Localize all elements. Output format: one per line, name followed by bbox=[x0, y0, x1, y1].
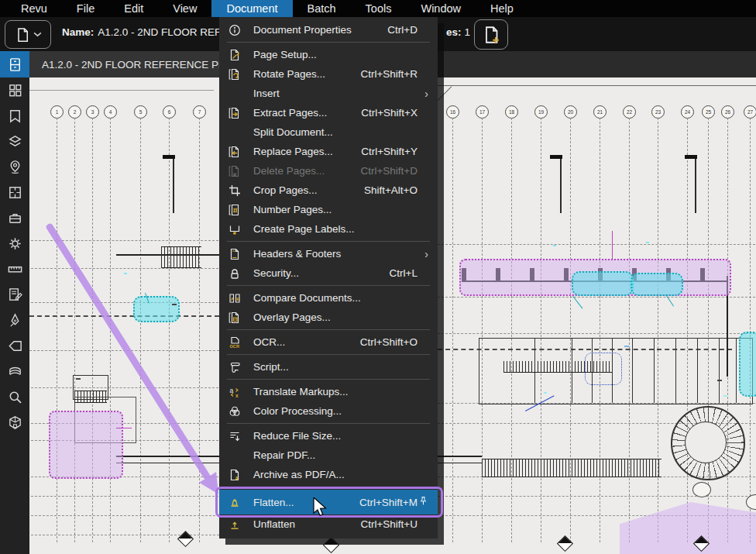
menu-item-translate-markups[interactable]: Translate Markups... bbox=[219, 382, 438, 401]
menu-item-icon bbox=[229, 165, 247, 177]
menubar-window[interactable]: Window bbox=[406, 0, 476, 17]
menu-item-icon bbox=[229, 311, 247, 324]
menu-separator[interactable] bbox=[227, 42, 430, 43]
menu-separator[interactable] bbox=[227, 379, 430, 380]
menu-item-icon bbox=[229, 518, 247, 531]
add-page-button[interactable] bbox=[474, 19, 508, 50]
menu-item-icon bbox=[229, 336, 247, 349]
menu-item-icon bbox=[229, 248, 247, 260]
menu-item-crop-pages[interactable]: Crop Pages... Shift+Alt+O bbox=[219, 181, 438, 200]
search-icon[interactable] bbox=[0, 384, 29, 410]
wall bbox=[675, 338, 676, 403]
menu-item-split-document[interactable]: Split Document... bbox=[219, 122, 438, 142]
menubar-tools[interactable]: Tools bbox=[351, 0, 407, 17]
measurements-icon[interactable] bbox=[0, 256, 29, 282]
tool-chest-icon[interactable] bbox=[0, 205, 29, 231]
menu-separator[interactable] bbox=[227, 329, 430, 330]
menu-item-compare-documents[interactable]: Compare Documents... bbox=[219, 288, 438, 308]
menu-item-archive-as-pdfa[interactable]: Archive as PDF/A... bbox=[219, 465, 438, 484]
menu-separator[interactable] bbox=[227, 354, 430, 355]
menubar-document[interactable]: Document bbox=[211, 0, 292, 17]
sets-icon[interactable] bbox=[0, 359, 29, 384]
menu-item-color-processing[interactable]: Color Processing... bbox=[219, 401, 438, 421]
menu-item-icon bbox=[229, 146, 247, 158]
menu-item-document-properties[interactable]: Document Properties Ctrl+D bbox=[219, 20, 438, 40]
links-icon[interactable] bbox=[0, 333, 29, 359]
label-elev-2 bbox=[717, 380, 722, 381]
markup-cloud-jetbridge-left[interactable] bbox=[133, 296, 180, 322]
grid-line bbox=[31, 496, 218, 497]
wall bbox=[632, 338, 633, 403]
wall bbox=[697, 338, 698, 403]
menu-bar: RevuFileEditViewDocumentBatchToolsWindow… bbox=[0, 0, 756, 17]
menu-separator[interactable] bbox=[227, 241, 430, 242]
menu-item-ocr[interactable]: OCR... Ctrl+Shift+O bbox=[219, 332, 438, 352]
menu-item-extract-pages[interactable]: Extract Pages... Ctrl+Shift+X bbox=[219, 103, 438, 122]
menu-item-security[interactable]: Security... Ctrl+L bbox=[219, 263, 438, 283]
stair-hatch bbox=[161, 246, 201, 268]
add-page-icon bbox=[482, 26, 500, 44]
menu-item-replace-pages[interactable]: Replace Pages... Ctrl+Shift+Y bbox=[219, 142, 438, 161]
markup-cloud-elec[interactable] bbox=[585, 353, 622, 385]
menubar-batch[interactable]: Batch bbox=[293, 0, 351, 17]
markup-cloud-right-edge[interactable] bbox=[739, 332, 756, 397]
leader-line bbox=[116, 428, 132, 428]
menu-item-icon bbox=[229, 496, 247, 508]
chevron-down-icon bbox=[33, 32, 42, 37]
markup-cloud-jetbridge-1[interactable] bbox=[572, 271, 634, 296]
menu-item-page-setup[interactable]: Page Setup... bbox=[219, 45, 438, 64]
menu-item-icon bbox=[229, 292, 247, 305]
bookmarks-icon[interactable] bbox=[0, 103, 29, 129]
spaces-icon[interactable] bbox=[0, 180, 29, 205]
file-dropdown-button[interactable] bbox=[5, 20, 51, 49]
menu-item-icon bbox=[229, 184, 247, 197]
page-icon bbox=[15, 27, 30, 43]
properties-icon[interactable] bbox=[0, 231, 29, 256]
menu-item-headers-footers[interactable]: Headers & Footers › bbox=[219, 244, 438, 263]
menu-separator[interactable] bbox=[227, 423, 430, 424]
grid-line bbox=[29, 315, 219, 317]
menu-item-overlay-pages[interactable]: Overlay Pages... bbox=[219, 308, 438, 327]
markup-cloud-room[interactable] bbox=[49, 411, 123, 479]
file-access-panel-button[interactable] bbox=[0, 51, 29, 77]
grid-line bbox=[31, 302, 218, 303]
menu-item-script[interactable]: Script... bbox=[219, 357, 438, 377]
menu-item-rotate-pages[interactable]: Rotate Pages... Ctrl+Shift+R bbox=[219, 64, 438, 84]
document-tab[interactable]: A1.2.0 - 2ND FLOOR REFERENCE PL bbox=[29, 51, 237, 77]
places-icon[interactable] bbox=[0, 154, 29, 180]
thumbnails-icon[interactable] bbox=[0, 77, 29, 103]
menubar-revu[interactable]: Revu bbox=[6, 0, 62, 17]
markups-list-icon[interactable] bbox=[0, 282, 29, 308]
layers-icon[interactable] bbox=[0, 129, 29, 154]
menu-item-repair-pdf[interactable]: Repair PDF... bbox=[219, 446, 438, 465]
note-elec-room-layout bbox=[624, 346, 629, 347]
grid-line bbox=[438, 333, 755, 334]
menu-separator[interactable] bbox=[227, 285, 430, 286]
menu-item-number-pages[interactable]: Number Pages... bbox=[219, 200, 438, 219]
menu-item-delete-pages[interactable]: Delete Pages... Ctrl+Shift+D bbox=[219, 161, 438, 181]
menubar-edit[interactable]: Edit bbox=[109, 0, 158, 17]
menu-item-icon bbox=[229, 204, 247, 216]
menu-item-create-page-labels[interactable]: Create Page Labels... bbox=[219, 219, 438, 239]
menubar-file[interactable]: File bbox=[62, 0, 109, 17]
pin-icon bbox=[418, 496, 428, 506]
label-dim-25-6 bbox=[746, 494, 756, 510]
menu-item-insert[interactable]: Insert › bbox=[219, 84, 438, 103]
menu-item-unflatten[interactable]: Unflatten Ctrl+Shift+U bbox=[219, 514, 438, 534]
model-3d-icon[interactable] bbox=[0, 410, 29, 435]
signatures-icon[interactable] bbox=[0, 308, 29, 333]
pages-count: es:1 bbox=[446, 26, 470, 38]
menubar-view[interactable]: View bbox=[158, 0, 211, 17]
menu-item-reduce-file-size[interactable]: Reduce File Size... bbox=[219, 426, 438, 446]
circular-stair-center bbox=[685, 422, 727, 463]
sheet-edge bbox=[407, 85, 756, 86]
markup-region-bottom-right[interactable] bbox=[620, 502, 756, 554]
menu-item-icon bbox=[229, 223, 247, 236]
menu-separator[interactable] bbox=[227, 487, 430, 487]
wall bbox=[654, 338, 655, 403]
menu-item-icon bbox=[229, 469, 247, 481]
markup-cloud-jetbridge-2[interactable] bbox=[631, 273, 683, 296]
leader-line bbox=[612, 231, 613, 259]
grid-line bbox=[438, 244, 755, 245]
menubar-help[interactable]: Help bbox=[476, 0, 528, 17]
